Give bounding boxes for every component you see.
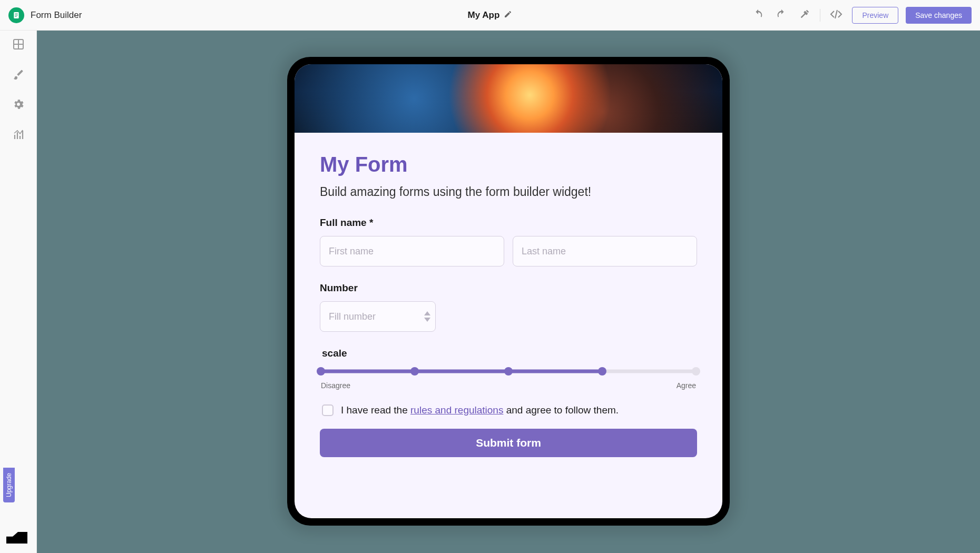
redo-icon[interactable] — [773, 6, 789, 24]
scale-left-label: Disagree — [321, 381, 350, 390]
svg-rect-1 — [15, 13, 17, 14]
hammer-icon[interactable] — [797, 6, 812, 24]
preview-button[interactable]: Preview — [852, 7, 898, 24]
app-name[interactable]: My App — [468, 10, 500, 21]
fullname-label: Full name * — [320, 217, 697, 229]
left-sidebar: Upgrade — [0, 31, 37, 553]
hero-image — [295, 64, 722, 133]
form-subtitle: Build amazing forms using the form build… — [320, 185, 697, 199]
grid-icon[interactable] — [12, 38, 25, 53]
number-input[interactable] — [320, 301, 436, 332]
number-label: Number — [320, 282, 697, 294]
brush-icon[interactable] — [13, 68, 24, 82]
consent-text: I have read the rules and regulations an… — [341, 404, 619, 416]
svg-rect-2 — [15, 15, 17, 15]
number-down-icon[interactable] — [424, 318, 430, 322]
scale-label: scale — [322, 348, 697, 359]
top-header: Form Builder My App Preview Save changes — [0, 0, 980, 31]
last-name-input[interactable] — [513, 236, 697, 266]
sneaker-icon[interactable] — [6, 532, 27, 544]
analytics-icon[interactable] — [12, 129, 25, 143]
app-logo-icon — [8, 7, 24, 23]
canvas: My Form Build amazing forms using the fo… — [37, 31, 980, 553]
upgrade-badge[interactable]: Upgrade — [3, 468, 15, 502]
consent-checkbox[interactable] — [322, 404, 334, 416]
first-name-input[interactable] — [320, 236, 504, 266]
undo-icon[interactable] — [750, 6, 766, 24]
form-title: My Form — [320, 153, 697, 176]
scale-slider[interactable] — [321, 368, 696, 375]
save-button[interactable]: Save changes — [906, 7, 972, 24]
edit-name-icon[interactable] — [504, 10, 512, 21]
divider — [820, 9, 820, 22]
rules-link[interactable]: rules and regulations — [410, 404, 503, 416]
device-frame: My Form Build amazing forms using the fo… — [287, 57, 730, 526]
number-up-icon[interactable] — [424, 311, 430, 315]
device-screen: My Form Build amazing forms using the fo… — [295, 64, 722, 518]
scale-right-label: Agree — [677, 381, 696, 390]
svg-rect-3 — [15, 16, 16, 17]
submit-button[interactable]: Submit form — [320, 429, 697, 457]
app-label: Form Builder — [31, 10, 82, 21]
code-icon[interactable] — [828, 6, 845, 25]
gear-icon[interactable] — [12, 98, 25, 113]
form-body: My Form Build amazing forms using the fo… — [295, 133, 722, 518]
